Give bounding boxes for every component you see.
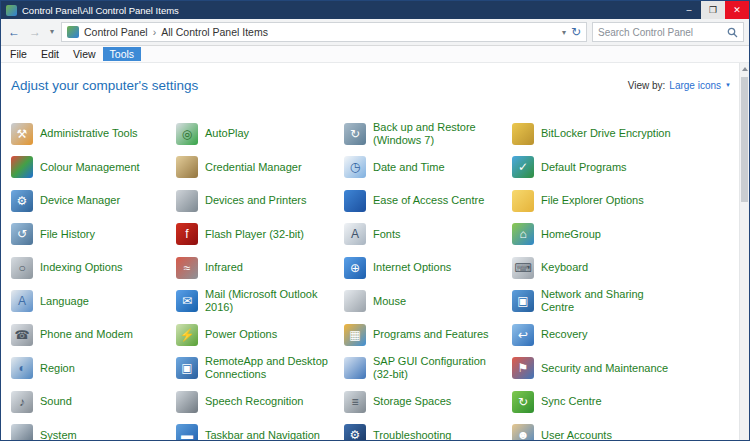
control-panel-item[interactable]: SAP GUI Configuration (32-bit) — [344, 352, 512, 386]
item-label: Recovery — [541, 328, 587, 341]
control-panel-item[interactable]: System — [11, 419, 176, 441]
region-icon: ◐ — [11, 357, 33, 379]
search-icon[interactable] — [727, 27, 738, 38]
search-input[interactable] — [598, 27, 723, 38]
control-panel-item[interactable]: AFonts — [344, 218, 512, 252]
date-time-icon: ◷ — [344, 156, 366, 178]
control-panel-item[interactable]: ⚑Security and Maintenance — [512, 352, 739, 386]
menu-file[interactable]: File — [3, 47, 34, 61]
control-panel-item[interactable]: ↩Recovery — [512, 318, 739, 352]
control-panel-item[interactable]: ✓Default Programs — [512, 151, 739, 185]
control-panel-item[interactable]: ⌂HomeGroup — [512, 218, 739, 252]
flash-player-icon: f — [176, 223, 198, 245]
item-label: Internet Options — [373, 261, 451, 274]
control-panel-item[interactable]: ≈Infrared — [176, 251, 344, 285]
sync-centre-icon: ↻ — [512, 391, 534, 413]
window-title: Control Panel\All Control Panel Items — [22, 5, 179, 16]
control-panel-item[interactable]: ↻Back up and Restore (Windows 7) — [344, 117, 512, 151]
control-panel-small-icon — [67, 26, 79, 38]
view-by-caret-icon[interactable]: ▼ — [725, 82, 731, 88]
menu-view[interactable]: View — [66, 47, 103, 61]
control-panel-item[interactable]: ⚡Power Options — [176, 318, 344, 352]
item-label: Security and Maintenance — [541, 362, 668, 375]
control-panel-item[interactable]: Credential Manager — [176, 151, 344, 185]
item-label: Mail (Microsoft Outlook 2016) — [205, 288, 337, 314]
address-bar[interactable]: Control Panel › All Control Panel Items … — [61, 22, 587, 42]
recent-pages-chevron-icon[interactable]: ▾ — [48, 28, 56, 36]
item-label: Default Programs — [541, 161, 627, 174]
control-panel-item[interactable]: ⚙Troubleshooting — [344, 419, 512, 441]
control-panel-item[interactable]: ♪Sound — [11, 385, 176, 419]
control-panel-item[interactable]: ☎Phone and Modem — [11, 318, 176, 352]
view-by-label: View by: — [628, 80, 666, 91]
device-manager-icon: ⚙ — [11, 190, 33, 212]
breadcrumb-all-items[interactable]: All Control Panel Items — [161, 26, 268, 38]
scrollbar-thumb[interactable] — [741, 77, 748, 202]
control-panel-item[interactable]: ▬Taskbar and Navigation — [176, 419, 344, 441]
sap-gui-icon — [344, 357, 366, 379]
control-panel-item[interactable]: BitLocker Drive Encryption — [512, 117, 739, 151]
maximize-button[interactable]: ❐ — [701, 1, 725, 19]
control-panel-item[interactable]: File Explorer Options — [512, 184, 739, 218]
control-panel-item[interactable]: Ease of Access Centre — [344, 184, 512, 218]
control-panel-item[interactable]: ≡Storage Spaces — [344, 385, 512, 419]
control-panel-item[interactable]: fFlash Player (32-bit) — [176, 218, 344, 252]
menu-edit[interactable]: Edit — [34, 47, 66, 61]
scroll-up-icon[interactable] — [740, 63, 749, 75]
control-panel-item[interactable]: ○Indexing Options — [11, 251, 176, 285]
item-label: Indexing Options — [40, 261, 123, 274]
control-panel-item[interactable]: Devices and Printers — [176, 184, 344, 218]
vertical-scrollbar[interactable] — [739, 63, 749, 440]
content-header: Adjust your computer's settings View by:… — [1, 63, 739, 95]
control-panel-item[interactable]: ▣RemoteApp and Desktop Connections — [176, 352, 344, 386]
item-label: Flash Player (32-bit) — [205, 228, 304, 241]
forward-button[interactable]: → — [27, 26, 43, 38]
breadcrumb-control-panel[interactable]: Control Panel — [84, 26, 148, 38]
view-by-value-link[interactable]: Large icons — [669, 80, 721, 91]
mouse-icon — [344, 290, 366, 312]
control-panel-item[interactable]: ▣Network and Sharing Centre — [512, 285, 739, 319]
control-panel-item[interactable]: ⊕Internet Options — [344, 251, 512, 285]
item-label: Sync Centre — [541, 395, 602, 408]
item-label: Phone and Modem — [40, 328, 133, 341]
item-label: Fonts — [373, 228, 401, 241]
control-panel-item[interactable]: ☻User Accounts — [512, 419, 739, 441]
item-label: Device Manager — [40, 194, 120, 207]
control-panel-item[interactable]: ✉Mail (Microsoft Outlook 2016) — [176, 285, 344, 319]
power-options-icon: ⚡ — [176, 324, 198, 346]
close-button[interactable]: ✕ — [725, 1, 749, 19]
mail-icon: ✉ — [176, 290, 198, 312]
user-accounts-icon: ☻ — [512, 424, 534, 441]
control-panel-item[interactable]: Mouse — [344, 285, 512, 319]
control-panel-item[interactable]: ◷Date and Time — [344, 151, 512, 185]
control-panel-item[interactable]: Colour Management — [11, 151, 176, 185]
back-button[interactable]: ← — [6, 26, 22, 38]
control-panel-item[interactable]: ⌨Keyboard — [512, 251, 739, 285]
item-label: Colour Management — [40, 161, 140, 174]
credential-manager-icon — [176, 156, 198, 178]
security-maintenance-icon: ⚑ — [512, 357, 534, 379]
address-toolbar: ← → ▾ Control Panel › All Control Panel … — [1, 19, 749, 46]
control-panel-item[interactable]: Speech Recognition — [176, 385, 344, 419]
address-dropdown-icon[interactable]: ▾ — [562, 28, 566, 37]
infrared-icon: ≈ — [176, 257, 198, 279]
homegroup-icon: ⌂ — [512, 223, 534, 245]
title-bar[interactable]: Control Panel\All Control Panel Items – … — [1, 1, 749, 19]
control-panel-item[interactable]: ↻Sync Centre — [512, 385, 739, 419]
menu-bar: File Edit View Tools — [1, 46, 749, 63]
control-panel-item[interactable]: ⚒Administrative Tools — [11, 117, 176, 151]
refresh-icon[interactable]: ↻ — [571, 25, 581, 39]
remoteapp-icon: ▣ — [176, 357, 198, 379]
control-panel-item[interactable]: ◎AutoPlay — [176, 117, 344, 151]
minimize-button[interactable]: – — [677, 1, 701, 19]
control-panel-item[interactable]: ◐Region — [11, 352, 176, 386]
item-label: Infrared — [205, 261, 243, 274]
control-panel-item[interactable]: ▦Programs and Features — [344, 318, 512, 352]
window-controls: – ❐ ✕ — [677, 1, 749, 19]
view-by-control: View by: Large icons ▼ — [628, 80, 731, 91]
control-panel-item[interactable]: ⚙Device Manager — [11, 184, 176, 218]
control-panel-item[interactable]: ↺File History — [11, 218, 176, 252]
search-box[interactable] — [592, 22, 744, 42]
control-panel-item[interactable]: ALanguage — [11, 285, 176, 319]
menu-tools[interactable]: Tools — [103, 47, 142, 61]
